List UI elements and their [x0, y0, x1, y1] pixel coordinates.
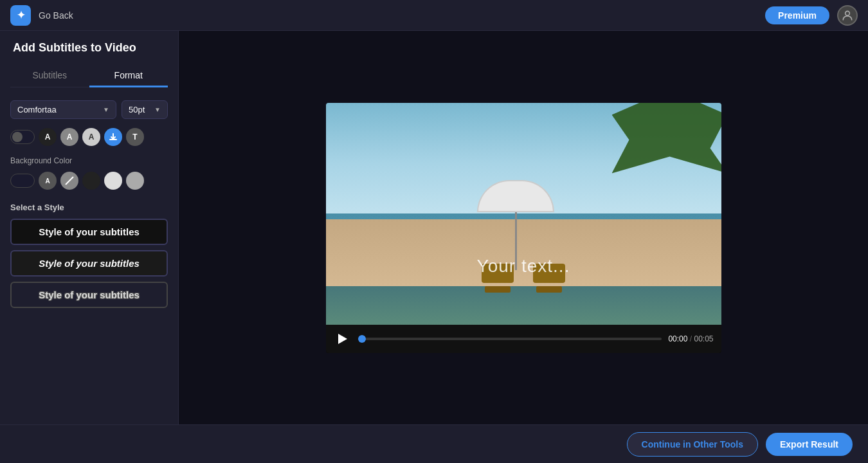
progress-bar[interactable]: [358, 338, 662, 340]
font-family-dropdown[interactable]: Comfortaa ▼: [10, 100, 116, 119]
page-title: Add Subtitles to Video: [10, 41, 168, 55]
time-display: 00:00 / 00:05: [668, 334, 713, 343]
video-controls: 00:00 / 00:05: [326, 325, 721, 353]
download-icon: [109, 132, 118, 141]
chevron-down-icon: ▼: [154, 106, 161, 113]
umbrella-top: [477, 180, 554, 212]
select-style-label: Select a Style: [10, 203, 168, 212]
style-card-text-2: Style of your subtitles: [39, 258, 140, 269]
palm-area: [580, 103, 721, 199]
progress-dot: [358, 335, 366, 343]
bg-color-label: Background Color: [10, 156, 168, 165]
style-card-text-1: Style of your subtitles: [39, 226, 140, 237]
time-current: 00:00: [668, 334, 687, 343]
tab-format[interactable]: Format: [89, 65, 168, 87]
nav-left: ✦ Go Back: [10, 5, 73, 26]
font-size-dropdown[interactable]: 50pt ▼: [122, 100, 168, 119]
bg-color-toggle[interactable]: [10, 174, 35, 188]
main-content: Your text... 00:00 / 00:05: [179, 31, 868, 424]
video-player: Your text... 00:00 / 00:05: [326, 103, 721, 353]
export-result-button[interactable]: Export Result: [766, 433, 853, 456]
play-button[interactable]: [334, 330, 352, 348]
bg-mid-btn[interactable]: [126, 172, 144, 190]
play-icon: [338, 334, 347, 344]
premium-button[interactable]: Premium: [765, 6, 829, 24]
svg-line-1: [66, 177, 73, 185]
tab-bar: Subtitles Format: [10, 65, 168, 87]
font-controls: Comfortaa ▼ 50pt ▼: [10, 100, 168, 119]
text-style-blue-btn[interactable]: [104, 128, 122, 146]
bg-strikethrough-btn[interactable]: [60, 172, 78, 190]
text-style-light-btn[interactable]: A: [82, 128, 100, 146]
nav-right: Premium: [765, 5, 858, 26]
style-card-3[interactable]: Style of your subtitles: [10, 282, 168, 308]
style-card-2[interactable]: Style of your subtitles: [10, 250, 168, 277]
user-icon: [841, 9, 854, 22]
user-avatar[interactable]: [837, 5, 858, 26]
chevron-down-icon: ▼: [103, 106, 109, 113]
time-total: 00:05: [694, 334, 713, 343]
bg-dark-btn[interactable]: [82, 172, 100, 190]
tab-subtitles[interactable]: Subtitles: [10, 65, 89, 87]
bg-light-btn[interactable]: [104, 172, 122, 190]
top-navigation: ✦ Go Back Premium: [0, 0, 868, 31]
app-logo: ✦: [10, 5, 31, 26]
footer: Continue in Other Tools Export Result: [0, 424, 868, 463]
text-style-toggle[interactable]: [10, 130, 35, 144]
go-back-button[interactable]: Go Back: [39, 10, 73, 21]
palm-leaves: [612, 103, 721, 174]
text-style-t-btn[interactable]: T: [126, 128, 144, 146]
video-frame: Your text...: [326, 103, 721, 325]
bg-color-row: A: [10, 172, 168, 190]
time-separator: /: [690, 334, 692, 343]
svg-point-0: [845, 11, 850, 15]
style-cards: Style of your subtitles Style of your su…: [10, 219, 168, 308]
style-card-text-3: Style of your subtitles: [39, 289, 140, 300]
text-style-gray-btn[interactable]: A: [60, 128, 78, 146]
style-card-1[interactable]: Style of your subtitles: [10, 219, 168, 245]
video-subtitle-text: Your text...: [477, 256, 570, 277]
strikethrough-icon: [64, 176, 75, 186]
continue-other-tools-button[interactable]: Continue in Other Tools: [627, 432, 758, 457]
main-layout: Add Subtitles to Video Subtitles Format …: [0, 31, 868, 424]
text-style-dark-btn[interactable]: A: [39, 128, 57, 146]
sidebar: Add Subtitles to Video Subtitles Format …: [0, 31, 179, 424]
text-style-row: A A A T: [10, 128, 168, 146]
bg-a-btn[interactable]: A: [39, 172, 57, 190]
